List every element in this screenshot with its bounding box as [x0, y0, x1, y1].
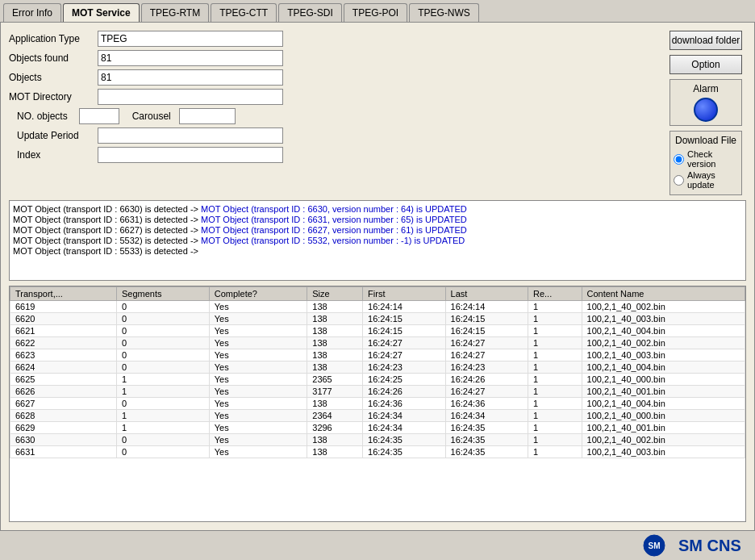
log-line-4: MOT Object (transport ID : 5532) is dete…: [13, 236, 742, 245]
table-cell: 6629: [10, 422, 117, 434]
right-panel: download folder Option Alarm Download Fi…: [665, 31, 746, 195]
log-line-3: MOT Object (transport ID : 6627) is dete…: [13, 225, 742, 235]
table-cell: Yes: [209, 410, 307, 422]
table-row: 66240Yes13816:24:2316:24:231100,2,1_40_0…: [10, 361, 745, 374]
objects-found-input[interactable]: [98, 50, 283, 66]
index-row: Index: [9, 147, 657, 163]
col-first[interactable]: First: [363, 287, 445, 301]
table-cell: Yes: [209, 422, 307, 434]
mot-directory-input[interactable]: [98, 89, 283, 105]
tab-mot-service[interactable]: MOT Service: [63, 3, 140, 22]
table-row: 66281Yes236416:24:3416:24:341100,2,1_40_…: [10, 410, 745, 422]
check-version-radio-row: Check version: [674, 149, 738, 169]
table-row: 66210Yes13816:24:1516:24:151100,2,1_40_0…: [10, 325, 745, 337]
table-cell: 100,2,1_40_004.bin: [582, 398, 745, 410]
alarm-indicator: [694, 98, 718, 122]
table-cell: Yes: [209, 446, 307, 458]
table-cell: 1: [528, 446, 582, 458]
table-cell: 138: [307, 313, 363, 325]
table-row: 66291Yes329616:24:3416:24:351100,2,1_40_…: [10, 422, 745, 434]
table-cell: 16:24:14: [363, 301, 445, 313]
table-cell: 16:24:26: [363, 386, 445, 398]
table-cell: Yes: [209, 398, 307, 410]
table-container[interactable]: Transport,... Segments Complete? Size Fi…: [9, 286, 746, 522]
check-version-label: Check version: [687, 149, 738, 169]
carousel-input[interactable]: [179, 108, 236, 124]
table-cell: 100,2,1_40_003.bin: [582, 446, 745, 458]
table-cell: 100,2,1_40_004.bin: [582, 361, 745, 374]
log-blue-1: MOT Object (transport ID : 6630, version…: [201, 204, 467, 214]
index-input[interactable]: [98, 147, 283, 163]
col-size[interactable]: Size: [307, 287, 363, 301]
always-update-radio[interactable]: [674, 175, 684, 186]
update-period-row: Update Period: [9, 127, 657, 144]
table-cell: Yes: [209, 374, 307, 386]
alarm-box: Alarm: [669, 79, 742, 126]
table-cell: 138: [307, 349, 363, 361]
table-cell: 16:24:15: [445, 313, 528, 325]
table-cell: 16:24:35: [445, 446, 528, 458]
table-cell: 1: [528, 361, 582, 374]
table-cell: 16:24:14: [445, 301, 528, 313]
table-cell: 1: [528, 374, 582, 386]
log-black-4: MOT Object (transport ID : 5532) is dete…: [13, 236, 201, 245]
mot-directory-row: MOT Directory: [9, 89, 657, 105]
col-transport[interactable]: Transport,...: [10, 287, 117, 301]
table-cell: 138: [307, 446, 363, 458]
update-period-label: Update Period: [17, 130, 98, 141]
log-blue-2: MOT Object (transport ID : 6631, version…: [201, 215, 467, 224]
table-cell: 0: [116, 337, 209, 349]
update-period-input[interactable]: [98, 127, 283, 144]
objects-input[interactable]: [98, 69, 283, 86]
application-type-row: Application Type: [9, 31, 657, 47]
option-button[interactable]: Option: [669, 55, 742, 74]
table-cell: 16:24:27: [363, 337, 445, 349]
table-cell: 1: [528, 410, 582, 422]
tab-tpeg-nws[interactable]: TPEG-NWS: [409, 3, 479, 22]
table-cell: 16:24:34: [445, 410, 528, 422]
tab-tpeg-rtm[interactable]: TPEG-RTM: [141, 3, 209, 22]
table-cell: Yes: [209, 361, 307, 374]
table-cell: 1: [116, 410, 209, 422]
download-folder-button[interactable]: download folder: [669, 31, 742, 50]
table-cell: 1: [528, 422, 582, 434]
application-type-input[interactable]: [98, 31, 283, 47]
table-cell: 138: [307, 398, 363, 410]
log-line-2: MOT Object (transport ID : 6631) is dete…: [13, 215, 742, 224]
table-cell: Yes: [209, 337, 307, 349]
col-last[interactable]: Last: [445, 287, 528, 301]
table-cell: 1: [528, 349, 582, 361]
data-table: Transport,... Segments Complete? Size Fi…: [10, 286, 745, 458]
table-cell: 16:24:27: [445, 349, 528, 361]
table-cell: 100,2,1_40_001.bin: [582, 386, 745, 398]
col-content-name[interactable]: Content Name: [582, 287, 745, 301]
table-cell: 0: [116, 349, 209, 361]
check-version-radio[interactable]: [674, 154, 684, 165]
always-update-label: Always update: [687, 170, 738, 190]
table-cell: 16:24:35: [445, 422, 528, 434]
always-update-radio-row: Always update: [674, 170, 738, 190]
log-line-1: MOT Object (transport ID : 6630) is dete…: [13, 204, 742, 214]
objects-row: Objects: [9, 69, 657, 86]
alarm-label: Alarm: [693, 83, 718, 94]
col-re[interactable]: Re...: [528, 287, 582, 301]
table-cell: 0: [116, 301, 209, 313]
tab-error-info[interactable]: Error Info: [3, 3, 61, 22]
table-cell: 16:24:15: [363, 325, 445, 337]
table-cell: 1: [528, 434, 582, 446]
no-objects-input[interactable]: [79, 108, 119, 124]
table-cell: 16:24:34: [363, 422, 445, 434]
objects-label: Objects: [9, 72, 98, 83]
table-cell: 100,2,1_40_004.bin: [582, 325, 745, 337]
top-section: Application Type Objects found Objects M…: [9, 31, 746, 195]
col-complete[interactable]: Complete?: [209, 287, 307, 301]
tab-tpeg-sdi[interactable]: TPEG-SDI: [278, 3, 342, 22]
table-cell: 6626: [10, 386, 117, 398]
table-cell: 100,2,1_40_002.bin: [582, 337, 745, 349]
tab-tpeg-poi[interactable]: TPEG-POI: [344, 3, 407, 22]
tab-tpeg-ctt[interactable]: TPEG-CTT: [211, 3, 277, 22]
col-segments[interactable]: Segments: [116, 287, 209, 301]
table-cell: 16:24:26: [445, 374, 528, 386]
index-label: Index: [17, 149, 98, 161]
carousel-label: Carousel: [132, 111, 171, 122]
